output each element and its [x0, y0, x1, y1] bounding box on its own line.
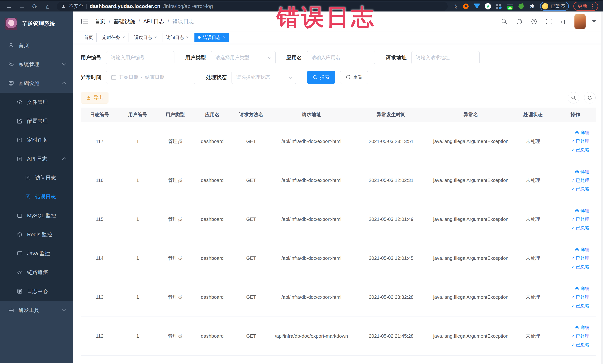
- sidebar-item-trace[interactable]: 链路追踪: [0, 263, 73, 282]
- mark-ignored-link[interactable]: ✓已忽略: [571, 186, 589, 192]
- check-icon: ✓: [571, 178, 575, 183]
- sidebar-collapse-icon[interactable]: [81, 17, 88, 26]
- detail-link[interactable]: 详细: [575, 325, 589, 331]
- check-icon: ✓: [571, 139, 575, 144]
- tab-access-log[interactable]: 访问日志 ×: [162, 33, 192, 42]
- tab-home[interactable]: 首页: [81, 33, 97, 42]
- user-id-field[interactable]: [106, 51, 174, 64]
- export-button[interactable]: 导出: [81, 92, 108, 104]
- eye-icon: [575, 130, 579, 135]
- app-logo-row[interactable]: 芋道管理系统: [0, 12, 73, 36]
- sidebar-item-java-monitor[interactable]: Java 监控: [0, 244, 73, 263]
- close-icon[interactable]: ×: [186, 35, 189, 40]
- sidebar-item-mysql-monitor[interactable]: MySQL 监控: [0, 206, 73, 225]
- error-log-watermark: 错误日志: [277, 2, 376, 33]
- browser-reload-icon[interactable]: ⟳: [31, 2, 39, 10]
- toggle-search-button[interactable]: [568, 92, 579, 104]
- eye-icon: [575, 325, 579, 330]
- mark-processed-link[interactable]: ✓已处理: [571, 138, 589, 144]
- help-icon[interactable]: [530, 17, 538, 26]
- detail-link[interactable]: 详细: [575, 247, 589, 253]
- extension-orange-icon[interactable]: [463, 3, 469, 10]
- mark-ignored-link[interactable]: ✓已忽略: [571, 147, 589, 153]
- extension-on-switch-icon[interactable]: on: [507, 3, 513, 10]
- sidebar-item-api-log[interactable]: API 日志: [0, 150, 73, 168]
- sidebar-item-scheduled-tasks[interactable]: 定时任务: [0, 130, 73, 150]
- mark-ignored-link[interactable]: ✓已忽略: [571, 225, 589, 231]
- detail-link[interactable]: 详细: [575, 208, 589, 214]
- mark-ignored-link[interactable]: ✓已忽略: [571, 264, 589, 270]
- close-icon[interactable]: ×: [154, 35, 157, 40]
- browser-back-icon[interactable]: ←: [5, 2, 13, 10]
- active-tab-dot-icon: [198, 36, 201, 39]
- tab-scheduled-tasks[interactable]: 定时任务 ×: [99, 33, 128, 42]
- process-status-select[interactable]: 请选择处理状态: [232, 71, 296, 84]
- extensions-puzzle-icon[interactable]: ✱: [529, 3, 535, 10]
- mark-processed-link[interactable]: ✓已处理: [571, 216, 589, 222]
- reset-button[interactable]: 重置: [340, 71, 368, 84]
- search-button[interactable]: 搜索: [307, 71, 335, 84]
- extension-green-v-icon[interactable]: V: [485, 3, 491, 10]
- close-icon[interactable]: ×: [122, 35, 125, 40]
- check-icon: ✓: [571, 342, 575, 347]
- col-actions: 操作: [555, 107, 596, 122]
- exception-time-range-picker[interactable]: 开始日期 - 结束日期: [106, 71, 195, 84]
- browser-home-icon[interactable]: ⌂: [44, 2, 52, 10]
- col-user-id: 用户编号: [119, 107, 157, 122]
- extension-leaf-icon[interactable]: [518, 3, 524, 10]
- breadcrumb-home[interactable]: 首页: [95, 18, 105, 25]
- refresh-button[interactable]: [584, 92, 596, 104]
- sidebar-item-dev-tools[interactable]: 研发工具: [0, 301, 73, 320]
- home-icon: [8, 42, 14, 49]
- app-name-field[interactable]: [307, 51, 375, 64]
- error-log-table: 日志编号 用户编号 用户类型 应用名 请求方法名 请求地址 异常发生时间 异常名…: [81, 107, 596, 356]
- sidebar-item-access-log[interactable]: 访问日志: [0, 168, 73, 187]
- profile-paused-badge[interactable]: 已暂停: [540, 2, 569, 11]
- sidebar-item-error-log[interactable]: 错误日志: [0, 187, 73, 206]
- mark-processed-link[interactable]: ✓已处理: [571, 294, 589, 300]
- detail-link[interactable]: 详细: [575, 286, 589, 292]
- sidebar-item-home[interactable]: 首页: [0, 36, 73, 55]
- sidebar-item-file-management[interactable]: 文件管理: [0, 93, 73, 112]
- sidebar-item-system-management[interactable]: 系统管理: [0, 55, 73, 74]
- extension-grid-icon[interactable]: [496, 3, 502, 10]
- mark-processed-link[interactable]: ✓已处理: [571, 177, 589, 183]
- font-size-icon[interactable]: [560, 17, 568, 26]
- not-secure-label: 不安全: [69, 3, 83, 10]
- browser-forward-icon[interactable]: →: [18, 2, 26, 10]
- clock-icon: [16, 137, 23, 143]
- github-icon[interactable]: [515, 17, 523, 26]
- sidebar-item-config-management[interactable]: 配置管理: [0, 112, 73, 130]
- tab-error-log[interactable]: 错误日志 ×: [195, 33, 229, 42]
- browser-update-button[interactable]: 更新 ⋮: [573, 2, 598, 11]
- browser-menu-icon[interactable]: ⋮: [590, 3, 595, 9]
- detail-link[interactable]: 详细: [575, 169, 589, 175]
- breadcrumb-api-log[interactable]: API 日志: [143, 18, 164, 25]
- fullscreen-icon[interactable]: [545, 17, 553, 26]
- mark-processed-link[interactable]: ✓已处理: [571, 333, 589, 339]
- sidebar-item-log-center[interactable]: 日志中心: [0, 282, 73, 301]
- user-avatar[interactable]: [574, 14, 586, 29]
- close-icon[interactable]: ×: [223, 35, 225, 40]
- breadcrumb-infrastructure[interactable]: 基础设施: [114, 18, 135, 25]
- check-icon: ✓: [571, 295, 575, 300]
- browser-scrollbar[interactable]: [601, 12, 603, 364]
- sidebar-item-redis-monitor[interactable]: Redis 监控: [0, 225, 73, 244]
- header-search-icon[interactable]: [500, 17, 509, 26]
- request-url-field[interactable]: [411, 51, 480, 64]
- avatar-dropdown-caret-icon[interactable]: [592, 20, 596, 23]
- doc-edit-icon: [16, 156, 23, 162]
- mark-processed-link[interactable]: ✓已处理: [571, 255, 589, 261]
- user-type-select[interactable]: 请选择用户类型: [211, 51, 276, 64]
- mark-ignored-link[interactable]: ✓已忽略: [571, 303, 589, 309]
- extension-shield-icon[interactable]: [474, 3, 480, 10]
- detail-link[interactable]: 详细: [575, 130, 589, 136]
- table-row: 113 1 管理员 dashboard GET /api/infra/db-do…: [81, 278, 596, 317]
- bookmark-star-icon[interactable]: ☆: [452, 3, 458, 10]
- table-row: 115 1 管理员 dashboard GET /api/infra/db-do…: [81, 200, 596, 239]
- tab-schedule-log[interactable]: 调度日志 ×: [131, 33, 160, 42]
- chevron-up-icon: [62, 82, 67, 86]
- mark-ignored-link[interactable]: ✓已忽略: [571, 342, 589, 348]
- address-bar[interactable]: ▲ 不安全 dashboard.yudao.iocoder.cn /infra/…: [57, 2, 448, 11]
- sidebar-item-infrastructure[interactable]: 基础设施: [0, 74, 73, 93]
